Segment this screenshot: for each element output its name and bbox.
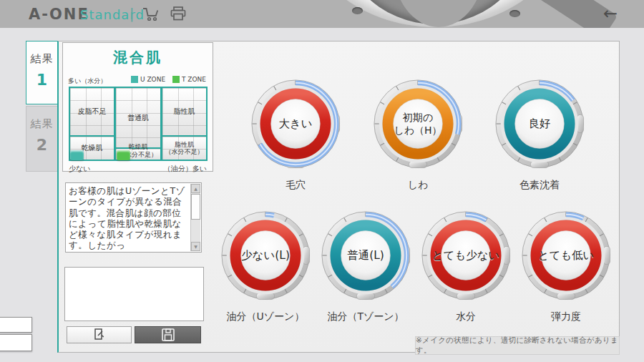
memo-box[interactable] — [64, 267, 204, 321]
gauge-しわ[interactable]: 初期の しわ（H） — [373, 79, 463, 169]
u-zone-marker — [70, 150, 84, 160]
legend-label: U ZONE — [140, 76, 165, 83]
gauge-value: とても低い — [521, 210, 611, 300]
gauge-value: 初期の しわ（H） — [373, 79, 463, 169]
edit-icon — [92, 328, 107, 342]
topbar-separator: | — [130, 6, 134, 21]
save-icon — [160, 328, 176, 342]
gauge-油分（Tゾーン）[interactable]: 普通(L) — [321, 210, 411, 300]
t-zone-marker — [117, 150, 130, 160]
back-button[interactable]: ← — [603, 4, 618, 24]
device-screw — [509, 10, 520, 17]
gauge-label: 色素沈着 — [468, 179, 611, 192]
gauge-value: 普通(L) — [321, 210, 411, 300]
gauge-label: 毛穴 — [224, 179, 367, 192]
cart-icon[interactable] — [142, 6, 160, 23]
skin-type-title: 混合肌 — [63, 48, 213, 67]
chart-legend: 多い（水分） U ZONE T ZONE — [68, 76, 209, 84]
brand-edition: Standard — [80, 7, 145, 22]
axis-label-oil-high: （油分）多い — [164, 164, 207, 174]
legend-label: T ZONE — [182, 76, 206, 83]
skin-description-text: お客様の肌はUゾーンとTゾーンのタイプが異なる混合肌です。混合肌は顔の部位によっ… — [69, 185, 189, 250]
edge-chip — [0, 334, 32, 351]
device-screw — [352, 7, 363, 14]
gauge-value: 良好 — [494, 79, 585, 169]
region-futsuhada: 普通肌 — [114, 87, 162, 149]
axis-label-moisture: 多い（水分） — [68, 77, 107, 86]
tab-number: 2 — [26, 136, 57, 154]
u-zone-swatch — [131, 76, 138, 83]
gauge-毛穴[interactable]: 大きい — [250, 79, 341, 169]
printer-icon[interactable] — [169, 6, 187, 23]
edit-memo-button[interactable] — [67, 326, 132, 343]
region-shiseihada: 脂性肌 — [161, 87, 208, 137]
tab-label: 結果 — [26, 118, 57, 130]
app-window: A-ONE Standard | ← 結果 1 結果 2 混合肌 多い（水分） — [0, 0, 644, 362]
skin-type-grid: 皮脂不足 普通肌 脂性肌 乾燥肌 乾燥肌 （水分不足） 脂性肌 （水分不足） — [69, 87, 208, 161]
skin-description-box: お客様の肌はUゾーンとTゾーンのタイプが異なる混合肌です。混合肌は顔の部位によっ… — [65, 182, 202, 253]
gauge-弾力度[interactable]: とても低い — [521, 210, 611, 300]
gauge-水分[interactable]: とても少ない — [421, 210, 511, 300]
gauge-油分（Uゾーン）[interactable]: 少ない(L) — [220, 210, 311, 300]
tab-number: 1 — [26, 71, 57, 89]
tab-result-2[interactable]: 結果 2 — [26, 106, 57, 172]
t-zone-swatch — [172, 76, 180, 83]
tab-label: 結果 — [26, 53, 57, 65]
tab-result-1[interactable]: 結果 1 — [26, 41, 57, 104]
scroll-up-button[interactable]: ▲ — [191, 184, 200, 193]
scroll-down-button[interactable]: ▼ — [191, 242, 200, 251]
footer-note: ※メイクの状態により、適切に診断されない場合があります。 — [415, 336, 620, 355]
axis-label-low: 少ない — [69, 164, 90, 174]
top-bar: A-ONE Standard | ← — [0, 0, 644, 28]
region-shiseihada-mizubusoku: 脂性肌 （水分不足） — [161, 135, 208, 161]
description-scrollbar[interactable]: ▲ ▼ — [190, 184, 200, 251]
gauge-value: 大きい — [250, 79, 341, 169]
edge-chip — [0, 317, 32, 333]
gauge-value: 少ない(L) — [220, 210, 311, 300]
legend-u-zone: U ZONE — [131, 76, 165, 83]
scrollbar-thumb[interactable] — [191, 194, 200, 220]
region-hishi-busoku: 皮脂不足 — [69, 87, 115, 137]
gauge-label: 弾力度 — [494, 310, 638, 323]
gauge-色素沈着[interactable]: 良好 — [494, 79, 585, 169]
skin-type-panel: 混合肌 多い（水分） U ZONE T ZONE 皮脂不足 普通肌 脂性肌 乾燥… — [62, 42, 213, 172]
legend-t-zone: T ZONE — [172, 76, 206, 83]
gauge-value: とても少ない — [421, 210, 511, 300]
save-button[interactable] — [135, 326, 201, 343]
